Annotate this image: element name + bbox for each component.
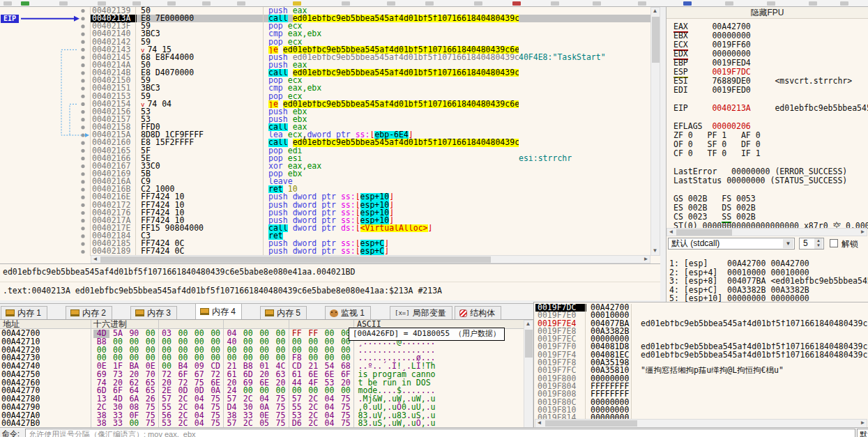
- disasm-vscrollbar[interactable]: ▲ ▼: [650, 7, 660, 256]
- scroll-left-icon[interactable]: ◄: [91, 256, 99, 263]
- disasm-row[interactable]: 00402185FF7424 0Cpush dword ptr ss:[esp+…: [91, 240, 650, 247]
- breakpoint-dot[interactable]: [81, 118, 84, 121]
- dump-tab-内存-2[interactable]: 内存 2: [66, 306, 112, 319]
- toolbar-icon[interactable]: [132, 1, 141, 6]
- breakpoint-dot[interactable]: [81, 141, 84, 145]
- toolbar-icon[interactable]: [21, 1, 29, 6]
- breakpoint-dot[interactable]: [81, 63, 84, 67]
- breakpoint-dot[interactable]: [81, 196, 84, 199]
- dump-tab-局部变量[interactable]: [x=]局部变量: [390, 306, 452, 319]
- disasm-row[interactable]: 0040214259pop ecx: [91, 38, 650, 46]
- toolbar-icon[interactable]: [387, 1, 395, 6]
- disasm-row[interactable]: 004021513BC3cmp eax,ebx: [91, 84, 650, 92]
- disasm-row[interactable]: 004021695Bpop ebx: [91, 170, 650, 178]
- breakpoint-dot[interactable]: [81, 71, 84, 75]
- regs-hscrollbar[interactable]: ◄ ►: [667, 228, 867, 236]
- toolbar-icon[interactable]: [683, 1, 692, 6]
- registers-pane[interactable]: 隐藏FPU EAX 00A42700EBX 00000000ECX 0019FF…: [666, 7, 868, 303]
- disasm-row[interactable]: 0040214A50push eax: [91, 61, 650, 69]
- stack-pane[interactable]: 0019F7DC00A427000019F7E0000100000019F7E4…: [533, 302, 868, 437]
- scroll-up-icon[interactable]: ▲: [524, 321, 532, 328]
- breakpoint-dot[interactable]: [81, 79, 84, 82]
- breakpoint-dot[interactable]: [81, 17, 84, 20]
- toolbar-icon[interactable]: [551, 1, 559, 6]
- scroll-down-icon[interactable]: ▼: [651, 247, 659, 255]
- scroll-thumb[interactable]: [676, 229, 732, 236]
- scroll-left-icon[interactable]: ◄: [667, 229, 675, 236]
- disasm-row[interactable]: 00402172FF7424 10push dword ptr ss:[esp+…: [91, 201, 650, 209]
- toolbar-icon[interactable]: [293, 1, 301, 6]
- breakpoint-dot[interactable]: [81, 9, 84, 13]
- register-line[interactable]: EDI 0019FED0: [673, 86, 751, 95]
- arg-count-stepper[interactable]: 5 ▲▼: [799, 238, 824, 250]
- calling-convention-select[interactable]: 默认 (stdcall) ▼: [668, 238, 795, 250]
- disasm-row[interactable]: 00402154v74 04je ed01ebfbc9eb5bbea545af4…: [91, 100, 650, 108]
- breakpoint-dot[interactable]: [81, 48, 84, 52]
- disasm-row[interactable]: 0040215359pop ecx: [91, 93, 650, 100]
- toolbar-icon[interactable]: [425, 1, 434, 6]
- disasm-row[interactable]: 0040215653push ebx: [91, 108, 650, 116]
- breakpoint-dot[interactable]: [81, 204, 84, 207]
- toolbar-icon[interactable]: [512, 1, 521, 6]
- memory-dump-pane[interactable]: 内存 1内存 2内存 3内存 4内存 5监视 1[x=]局部变量结构体 地址 十…: [0, 303, 533, 437]
- breakpoint-dot[interactable]: [81, 102, 84, 106]
- disasm-row[interactable]: 004021665Epop esiesi:strrchr: [91, 155, 650, 162]
- disasm-row[interactable]: 00402176FF7424 10push dword ptr ss:[esp+…: [91, 209, 650, 217]
- scroll-thumb[interactable]: [652, 17, 660, 63]
- disasm-row[interactable]: 00402189FF7424 0Cpush dword ptr ss:[esp+…: [91, 247, 650, 255]
- command-input[interactable]: 允许使用逗号分隔（像汇编语言）: mov eax, ebx: [25, 429, 855, 437]
- toolbar-icon[interactable]: [167, 1, 176, 6]
- scroll-up-icon[interactable]: ▲: [651, 8, 659, 15]
- toolbar-icon[interactable]: [3, 1, 12, 6]
- dump-tab-内存-1[interactable]: 内存 1: [1, 306, 47, 319]
- toolbar-icon[interactable]: [725, 1, 733, 6]
- chevron-down-icon[interactable]: ▼: [783, 239, 793, 248]
- disasm-row[interactable]: 0040213F59pop ecx: [91, 22, 650, 30]
- breakpoint-dot[interactable]: [81, 110, 84, 114]
- breakpoint-dot[interactable]: [81, 211, 84, 215]
- toolbar-icon[interactable]: [840, 1, 848, 6]
- scroll-right-icon[interactable]: ►: [859, 420, 867, 427]
- scroll-thumb[interactable]: [100, 256, 491, 263]
- breakpoint-dot[interactable]: [81, 219, 84, 222]
- disasm-row[interactable]: 0040216733C0xor eax,eax: [91, 162, 650, 170]
- disasm-row[interactable]: 00402158FFD0call eax: [91, 123, 650, 131]
- register-line[interactable]: EIP 0040213A ed01ebfbc9eb5bbea545af4d01b…: [673, 104, 868, 113]
- scroll-thumb[interactable]: [525, 330, 533, 358]
- toolbar-icon[interactable]: [237, 1, 245, 6]
- argument-row[interactable]: 1: [esp] 00A42700 00A42700: [669, 259, 809, 268]
- breakpoint-dot[interactable]: [81, 24, 84, 28]
- disasm-row[interactable]: 0040216EFF7424 10push dword ptr ss:[esp+…: [91, 193, 650, 201]
- breakpoint-dot[interactable]: [81, 164, 84, 168]
- disasm-row[interactable]: 0040217AFF7424 10push dword ptr ss:[esp+…: [91, 217, 650, 224]
- toolbar-icon[interactable]: [342, 1, 350, 6]
- register-line[interactable]: LastStatus 00000000 (STATUS_SUCCESS): [673, 176, 847, 185]
- disasm-row[interactable]: 00402143v74 15je ed01ebfbc9eb5bbea545af4…: [91, 46, 650, 54]
- disasm-row[interactable]: 0040214BE8 D4070000call ed01ebfbc9eb5bbe…: [91, 69, 650, 77]
- disassembly-pane[interactable]: EIP 0040213950push eax0040213AE8 7E00000…: [0, 7, 660, 263]
- disasm-row[interactable]: 004021403BC3cmp eax,ebx: [91, 30, 650, 38]
- breakpoint-dot[interactable]: [81, 234, 84, 238]
- dump-tab-内存-3[interactable]: 内存 3: [130, 306, 177, 319]
- toolbar-icon[interactable]: [98, 1, 106, 6]
- disasm-row[interactable]: 0040216BC2 1000ret 10: [91, 185, 650, 193]
- breakpoint-dot[interactable]: [81, 187, 84, 191]
- disasm-row[interactable]: 0040215753push ebx: [91, 116, 650, 123]
- breakpoint-dot[interactable]: [81, 87, 84, 91]
- dump-vscrollbar[interactable]: ▲ ▼: [524, 320, 533, 437]
- scroll-right-icon[interactable]: ►: [859, 229, 867, 236]
- scroll-right-icon[interactable]: ►: [642, 256, 650, 263]
- disasm-row[interactable]: 004021655Fpop edi: [91, 147, 650, 155]
- breakpoint-dot[interactable]: [81, 243, 84, 246]
- breakpoint-dot[interactable]: [81, 32, 84, 36]
- toolbar-icon[interactable]: [809, 1, 817, 6]
- disasm-row[interactable]: 00402160E8 15F2FFFFcall ed01ebfbc9eb5bbe…: [91, 139, 650, 146]
- breakpoint-dot[interactable]: [81, 149, 84, 153]
- spinner-arrows-icon[interactable]: ▲▼: [814, 238, 823, 249]
- breakpoint-dot[interactable]: [81, 56, 84, 59]
- breakpoint-dot[interactable]: [81, 180, 84, 183]
- register-line[interactable]: CF 0 TF 0 IF 1: [673, 149, 761, 158]
- toolbar-icon[interactable]: [593, 1, 601, 6]
- dump-tab-监视-1[interactable]: 监视 1: [325, 306, 371, 319]
- toolbar-icon[interactable]: [59, 1, 68, 6]
